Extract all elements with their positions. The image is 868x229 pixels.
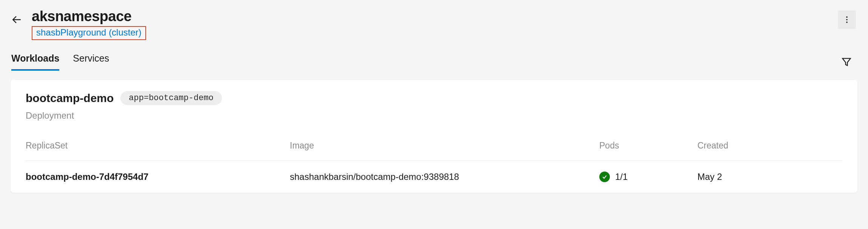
tabs: Workloads Services [11,53,109,71]
cluster-link[interactable]: shasbPlayground (cluster) [36,27,142,37]
back-button[interactable] [11,14,23,26]
filter-button[interactable] [840,56,853,68]
cell-created: May 2 [697,172,842,182]
table-header: ReplicaSet Image Pods Created [26,141,842,161]
workload-kind: Deployment [26,110,842,121]
cell-pods: 1/1 [615,172,628,182]
svg-point-0 [846,16,848,18]
workload-card: bootcamp-demo app=bootcamp-demo Deployme… [11,80,857,193]
workload-name: bootcamp-demo [26,92,114,105]
cluster-link-highlight: shasbPlayground (cluster) [32,26,146,40]
filter-icon [841,57,852,67]
col-image: Image [290,141,599,151]
cell-image: shashankbarsin/bootcamp-demo:9389818 [290,172,599,182]
tab-services[interactable]: Services [73,53,109,71]
cell-replicaset-name: bootcamp-demo-7d4f7954d7 [26,172,290,182]
page-title: aksnamespace [32,8,146,25]
more-actions-button[interactable] [838,11,856,29]
col-pods: Pods [599,141,697,151]
status-success-icon [599,172,610,182]
col-created: Created [697,141,842,151]
col-replicaset: ReplicaSet [26,141,290,151]
svg-point-1 [846,19,848,20]
check-icon [602,174,608,180]
tab-workloads[interactable]: Workloads [11,53,59,71]
more-vertical-icon [843,15,851,24]
table-row[interactable]: bootcamp-demo-7d4f7954d7 shashankbarsin/… [26,161,842,193]
arrow-left-icon [12,15,22,25]
workload-label-chip: app=bootcamp-demo [120,91,222,105]
svg-point-2 [846,22,848,23]
